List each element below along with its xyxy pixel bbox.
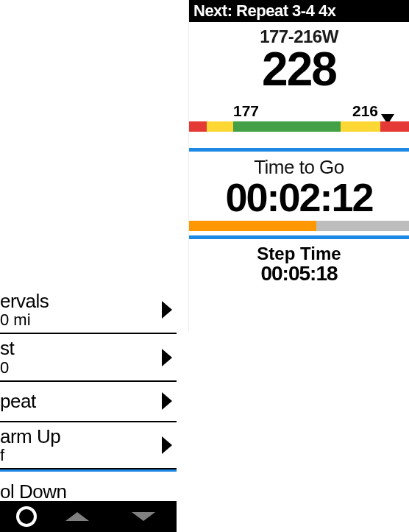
zone-seg-red-low xyxy=(189,121,207,132)
next-step-header: Next: Repeat 3-4 4x xyxy=(189,0,409,22)
gauge-low-label: 177 xyxy=(233,102,259,120)
progress-fill xyxy=(189,221,316,231)
menu-item-rest[interactable]: st 0 xyxy=(0,334,177,381)
back-circle-icon xyxy=(16,506,37,527)
step-progress-bar xyxy=(189,221,409,231)
step-time-label: Step Time xyxy=(189,244,409,264)
zone-seg-yellow-high xyxy=(341,121,380,132)
chevron-right-icon xyxy=(162,392,172,410)
chevron-right-icon xyxy=(162,301,172,319)
chevron-right-icon xyxy=(162,349,172,366)
menu-item-intervals[interactable]: ervals 0 mi xyxy=(0,287,177,334)
nav-up-button[interactable] xyxy=(44,512,110,521)
nav-bar xyxy=(0,501,177,532)
back-button[interactable] xyxy=(0,501,44,532)
chevron-up-icon xyxy=(65,512,89,521)
menu-item-title: st xyxy=(0,338,156,358)
step-time-field: Step Time 00:05:18 xyxy=(189,239,409,284)
step-time-value: 00:05:18 xyxy=(189,264,409,284)
menu-item-title: ervals xyxy=(0,291,156,311)
time-to-go-field: Time to Go 00:02:12 xyxy=(189,152,409,216)
chevron-right-icon xyxy=(162,436,172,454)
menu-item-title: ol Down xyxy=(0,482,156,502)
gauge-high-label: 216 xyxy=(352,102,378,120)
workout-steps-menu: ervals 0 mi st 0 peat arm Up f ol Down xyxy=(0,287,177,532)
menu-item-sub: 0 xyxy=(0,359,156,376)
gauge-bar xyxy=(189,121,409,132)
zone-seg-green xyxy=(233,121,341,132)
workout-data-screen: Next: Repeat 3-4 4x 177-216W 228 177 216… xyxy=(188,0,409,331)
power-zone-gauge: 177 216 xyxy=(189,102,409,138)
menu-list: ervals 0 mi st 0 peat arm Up f ol Down xyxy=(0,287,177,512)
zone-seg-yellow-low xyxy=(207,121,233,132)
menu-item-title: peat xyxy=(0,391,156,411)
chevron-down-icon xyxy=(132,512,155,521)
progress-remaining xyxy=(316,221,409,231)
menu-item-sub: 0 mi xyxy=(0,311,156,328)
menu-item-warm-up[interactable]: arm Up f xyxy=(0,422,177,469)
nav-down-button[interactable] xyxy=(110,512,177,521)
menu-item-repeat[interactable]: peat xyxy=(0,382,177,422)
power-current-value: 228 xyxy=(189,47,409,92)
power-field: 177-216W 228 xyxy=(189,22,409,92)
zone-seg-red-high xyxy=(380,121,409,132)
menu-item-title: arm Up xyxy=(0,427,156,447)
menu-item-sub: f xyxy=(0,447,156,464)
time-to-go-value: 00:02:12 xyxy=(189,179,409,216)
